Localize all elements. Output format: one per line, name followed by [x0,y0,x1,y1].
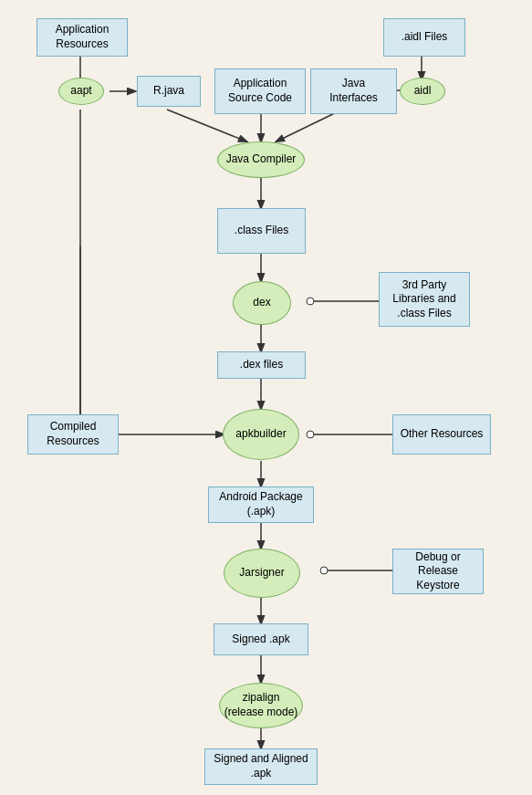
aidl-node: aidl [400,78,445,105]
svg-line-6 [276,110,342,141]
app-source-code-node: Application Source Code [214,68,306,114]
svg-point-16 [307,431,314,438]
aapt-node: aapt [58,78,104,105]
dex-files-node: .dex files [217,351,306,379]
jarsigner-node: Jarsigner [224,549,300,598]
compiled-resources-node: Compiled Resources [27,414,119,455]
signed-apk-node: Signed .apk [214,623,308,655]
third-party-node: 3rd Party Libraries and .class Files [379,272,470,327]
signed-aligned-node: Signed and Aligned .apk [204,748,318,785]
zipalign-node: zipalign (release mode) [219,683,303,728]
svg-point-10 [307,298,314,305]
app-resources-node: Application Resources [37,18,128,57]
android-package-node: Android Package (.apk) [208,486,314,523]
debug-release-node: Debug or Release Keystore [392,549,484,594]
svg-line-4 [167,110,246,141]
apkbuilder-node: apkbuilder [223,409,299,460]
r-java-node: R.java [137,76,201,107]
aidl-files-node: .aidl Files [383,18,465,57]
java-interfaces-node: Java Interfaces [310,68,397,114]
diagram: Application Resources .aidl Files aapt R… [0,0,532,795]
svg-point-20 [320,567,328,574]
dex-node: dex [233,281,291,325]
java-compiler-node: Java Compiler [217,141,305,178]
class-files-node: .class Files [217,208,306,254]
other-resources-node: Other Resources [392,414,491,455]
